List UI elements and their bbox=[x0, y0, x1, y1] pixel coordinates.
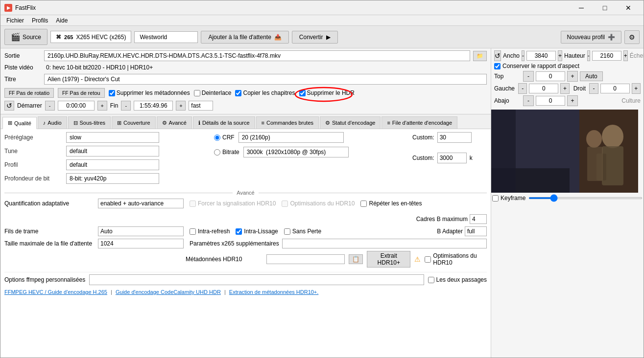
gauche-input[interactable] bbox=[529, 84, 558, 93]
menu-profils[interactable]: Profils bbox=[28, 16, 52, 25]
droit-input[interactable] bbox=[600, 84, 630, 93]
retour-button[interactable]: FF Pas de retou bbox=[58, 88, 105, 98]
tab-audio[interactable]: ♪ Audio bbox=[38, 116, 67, 129]
abajo-input[interactable] bbox=[536, 96, 565, 106]
crf-radio[interactable] bbox=[214, 134, 220, 141]
droit-plus-button[interactable]: + bbox=[632, 83, 641, 94]
scale-refresh-button[interactable]: ↺ bbox=[494, 50, 501, 61]
bitrate-input[interactable] bbox=[243, 147, 349, 157]
tab-file[interactable]: ≡ File d'attente d'encodage bbox=[382, 116, 457, 129]
deinterlace-checkbox[interactable] bbox=[194, 90, 200, 96]
ancho-minus-button[interactable]: - bbox=[522, 50, 525, 61]
browse-button[interactable]: 📁 bbox=[473, 51, 487, 61]
demarrer-plus-button[interactable]: + bbox=[97, 101, 107, 111]
top-plus-button[interactable]: + bbox=[567, 71, 578, 82]
copier-chapitres-option[interactable]: Copier les chapitres bbox=[235, 90, 295, 96]
profil-input[interactable] bbox=[66, 159, 159, 170]
extrait-hdr-button[interactable]: Extrait HDR10+ bbox=[367, 251, 410, 268]
top-input[interactable] bbox=[536, 71, 565, 81]
intra-lissage-checkbox[interactable] bbox=[236, 228, 242, 235]
tab-qualite[interactable]: ⊞ Qualité bbox=[2, 117, 37, 129]
auto-button[interactable]: Auto bbox=[580, 71, 603, 81]
quant-input[interactable] bbox=[98, 199, 184, 208]
deux-passages-label[interactable]: Les deux passages bbox=[428, 276, 487, 283]
supprimer-meta-option[interactable]: Supprimer les métadonnées bbox=[109, 90, 190, 96]
profile-selector[interactable]: Westworld bbox=[134, 31, 198, 43]
abajo-plus-button[interactable]: + bbox=[567, 95, 578, 106]
crf-radio-label[interactable]: CRF bbox=[214, 134, 235, 141]
titre-input[interactable] bbox=[44, 74, 487, 85]
hdr-browse-button[interactable]: 📋 bbox=[349, 254, 363, 264]
custom-crf-input[interactable] bbox=[437, 132, 472, 143]
profondeur-input[interactable] bbox=[66, 173, 159, 184]
supprimer-meta-checkbox[interactable] bbox=[109, 90, 115, 96]
codec-button[interactable]: ✖ 265 X265 HEVC (x265) bbox=[50, 31, 131, 43]
keyframe-label[interactable]: Keyframe bbox=[492, 195, 525, 201]
optimisations-hdr2-label[interactable]: Optimisations du HDR10 bbox=[425, 252, 487, 266]
tab-couverture[interactable]: ⊞ Couverture bbox=[112, 116, 155, 129]
optimisations-hdr2-checkbox[interactable] bbox=[425, 256, 431, 263]
conserver-checkbox[interactable] bbox=[494, 63, 501, 69]
close-button[interactable]: ✕ bbox=[617, 0, 640, 15]
minimize-button[interactable]: ─ bbox=[570, 0, 593, 15]
fin-input[interactable] bbox=[134, 101, 173, 111]
link-hdr10plus[interactable]: Extraction de métadonnées HDR10+. bbox=[229, 289, 319, 295]
abajo-minus-button[interactable]: - bbox=[523, 95, 534, 106]
ancho-plus-button[interactable]: + bbox=[558, 50, 562, 61]
speed-input[interactable] bbox=[189, 101, 213, 111]
intra-refresh-checkbox[interactable] bbox=[190, 228, 196, 235]
supprimer-hdr-checkbox[interactable] bbox=[299, 90, 306, 96]
keyframe-slider[interactable] bbox=[528, 197, 643, 199]
fin-minus-button[interactable]: - bbox=[121, 101, 131, 111]
fin-plus-button[interactable]: + bbox=[176, 101, 186, 111]
hauteur-plus-button[interactable]: + bbox=[623, 50, 628, 61]
demarrer-minus-button[interactable]: - bbox=[45, 101, 55, 111]
settings-button[interactable]: ⚙ bbox=[624, 30, 640, 44]
hauteur-input[interactable] bbox=[592, 51, 621, 61]
repeter-label[interactable]: Répéter les en-têtes bbox=[360, 200, 422, 207]
perso-input[interactable] bbox=[89, 274, 424, 285]
tab-commandes[interactable]: ≡ Commandes brutes bbox=[256, 116, 319, 129]
sortie-input[interactable] bbox=[44, 50, 470, 61]
prereglage-input[interactable] bbox=[66, 132, 159, 143]
add-queue-button[interactable]: Ajouter à la file d'attente 📤 bbox=[201, 31, 288, 44]
menu-fichier[interactable]: Fichier bbox=[2, 16, 28, 25]
tab-statut[interactable]: ⚙ Statut d'encodage bbox=[320, 116, 381, 129]
nouveau-profil-button[interactable]: Nouveau profil ➕ bbox=[561, 31, 621, 44]
supprimer-hdr-option[interactable]: Supprimer le HDR bbox=[299, 90, 355, 96]
maximize-button[interactable]: □ bbox=[594, 0, 616, 15]
forcer-hdr-label[interactable]: Forcer la signalisation HDR10 bbox=[190, 200, 276, 207]
deux-passages-checkbox[interactable] bbox=[428, 277, 434, 283]
params-input[interactable] bbox=[282, 239, 487, 248]
intra-refresh-label[interactable]: Intra-refresh bbox=[190, 228, 230, 235]
link-codecalamity[interactable]: Guide d'encodage CodeCalamity UHD HDR bbox=[116, 289, 221, 295]
rotation-button[interactable]: FF Pas de rotatio bbox=[4, 88, 54, 98]
b-adapter-input[interactable] bbox=[465, 226, 487, 236]
gauche-minus-button[interactable]: - bbox=[518, 83, 527, 94]
repeter-checkbox[interactable] bbox=[360, 201, 367, 207]
keyframe-checkbox[interactable] bbox=[492, 195, 499, 201]
hauteur-minus-button[interactable]: - bbox=[587, 50, 590, 61]
ancho-input[interactable] bbox=[526, 51, 556, 61]
copier-chapitres-checkbox[interactable] bbox=[235, 90, 241, 96]
crf-input[interactable] bbox=[239, 132, 344, 143]
sans-perte-checkbox[interactable] bbox=[284, 228, 290, 235]
bitrate-radio-label[interactable]: Bitrate bbox=[214, 149, 239, 156]
menu-aide[interactable]: Aide bbox=[52, 16, 72, 25]
bitrate-radio[interactable] bbox=[214, 149, 220, 156]
hdr-meta-input[interactable] bbox=[266, 254, 345, 264]
taille-input[interactable] bbox=[98, 239, 184, 248]
sans-perte-label[interactable]: Sans Perte bbox=[284, 228, 321, 235]
cadres-input[interactable] bbox=[470, 214, 487, 224]
tab-sous-titres[interactable]: ⊟ Sous-titres bbox=[68, 116, 111, 129]
droit-minus-button[interactable]: - bbox=[589, 83, 598, 94]
intra-lissage-label[interactable]: Intra-Lissage bbox=[236, 228, 278, 235]
reset-button[interactable]: ↺ bbox=[4, 101, 14, 111]
demarrer-input[interactable] bbox=[58, 101, 95, 111]
fils-input[interactable] bbox=[98, 226, 184, 236]
link-ffmpeg[interactable]: FFMPEG HEVC / Guide d'encodage H.265 bbox=[4, 289, 107, 295]
source-button[interactable]: 🎬 Source bbox=[4, 29, 48, 45]
top-minus-button[interactable]: - bbox=[523, 71, 534, 82]
deinterlace-option[interactable]: Deinterlace bbox=[194, 90, 232, 96]
tab-avance[interactable]: ⚙ Avancé bbox=[157, 116, 192, 129]
